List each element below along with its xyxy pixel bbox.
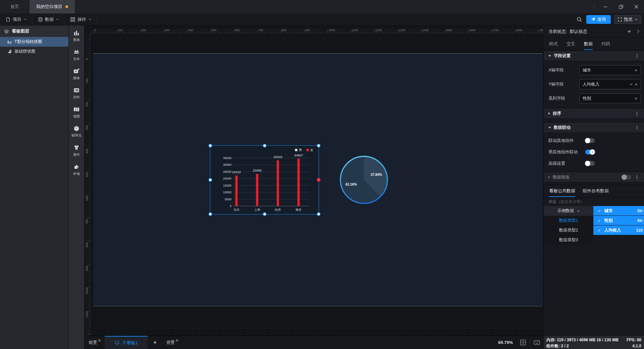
resize-handle-se[interactable] xyxy=(317,212,321,216)
strip-item-map[interactable]: 地图 xyxy=(73,106,80,119)
kebab-menu-icon[interactable]: ⋮ xyxy=(635,111,639,116)
grouped-bar-chart-component[interactable]: 05000100001500020000250003000035000北京222… xyxy=(210,146,319,214)
search-icon[interactable] xyxy=(574,17,585,22)
x-axis-field-input[interactable]: 城市 × xyxy=(579,65,641,75)
resize-handle-ne[interactable] xyxy=(317,144,321,148)
resize-handle-w[interactable] xyxy=(209,178,212,182)
strip-item-text[interactable]: 文本 xyxy=(73,49,80,61)
pie-chart-icon xyxy=(7,49,12,54)
advanced-settings-toggle[interactable] xyxy=(585,161,595,166)
data-search-input[interactable]: 搜索（区分大小写） xyxy=(544,197,644,206)
strip-item-local[interactable]: 本地 xyxy=(73,163,80,176)
layer-item-basic-pie[interactable]: 基础饼状图 xyxy=(0,47,68,56)
ruler-tick-label: 100 xyxy=(85,79,89,84)
pie-chart-component[interactable]: 37.84%62.16% xyxy=(338,154,390,206)
data-field-row[interactable]: ✓人均收入123 xyxy=(593,226,644,235)
strip-item-kit[interactable]: 套件 xyxy=(73,144,80,157)
link-other-components-toggle[interactable] xyxy=(585,138,595,143)
clear-field-icon[interactable]: × xyxy=(635,96,637,101)
series-field-input[interactable]: 性别 × xyxy=(579,93,641,103)
svg-text:男: 男 xyxy=(299,148,302,152)
subboard-tab[interactable]: 子看板1 xyxy=(105,336,148,349)
canvas[interactable]: 0100200300400500600700800900100011001200… xyxy=(85,26,543,336)
foreground-button[interactable]: 前景 ⊕ xyxy=(85,340,105,346)
preview-label: 预览 xyxy=(624,16,633,22)
add-state-button[interactable]: + xyxy=(628,28,631,35)
twin-icon xyxy=(73,125,80,132)
chevron-right-icon[interactable] xyxy=(637,30,639,33)
data-linkage-section-header[interactable]: 数据联动 ⋮ xyxy=(544,122,644,133)
tab-code[interactable]: 代码 xyxy=(601,38,610,50)
data-filter-toggle[interactable] xyxy=(622,175,631,180)
chevron-down-icon xyxy=(635,18,638,20)
chevron-down-icon[interactable] xyxy=(630,83,633,85)
linked-by-others-toggle[interactable]: 1 xyxy=(585,150,595,154)
tab-data[interactable]: 数据 xyxy=(584,38,593,50)
pie-chart: 37.84%62.16% xyxy=(338,154,390,206)
menu-ops[interactable]: 操作 xyxy=(65,13,97,25)
data-field-row[interactable]: ✓性别Str xyxy=(593,216,644,225)
chevron-down-icon xyxy=(577,210,580,212)
dataset-fields: ✓城市Str✓性别Str✓人均收入123 xyxy=(593,206,644,245)
layer-item-grouped-bar[interactable]: T型分组柱状图 xyxy=(0,37,68,47)
dataset-type-2[interactable]: 数据类型2 xyxy=(544,226,593,235)
layer-item-label: 基础饼状图 xyxy=(14,49,36,54)
strip-item-label: 套件 xyxy=(73,152,80,157)
svg-text:5000: 5000 xyxy=(225,198,231,201)
preview-button[interactable]: 预览 xyxy=(614,15,641,24)
close-button[interactable] xyxy=(629,0,644,13)
kebab-menu-icon[interactable]: ⋮ xyxy=(635,125,639,130)
clear-field-icon[interactable]: × xyxy=(635,82,637,87)
minimize-button[interactable] xyxy=(598,0,613,13)
fps-label: FPS: xyxy=(627,338,636,342)
field-settings-section-header[interactable]: 字段设置 ⋮ xyxy=(544,50,644,61)
components-value: 2 / 2 xyxy=(561,344,569,348)
data-filter-section-header[interactable]: 数据筛选 ⋮ xyxy=(544,172,644,183)
strip-item-media[interactable]: 媒体 xyxy=(73,68,80,81)
resize-handle-sw[interactable] xyxy=(209,212,212,216)
field-label: Y轴字段 xyxy=(546,82,579,87)
tab-component-own-data[interactable]: 组件自有数据 xyxy=(583,185,609,197)
strip-item-twin[interactable]: 鲸孪生 xyxy=(71,125,82,138)
tab-style[interactable]: 样式 xyxy=(549,38,558,50)
ruler-tick-label: 900 xyxy=(305,29,310,32)
kit-icon xyxy=(73,144,80,151)
clear-field-icon[interactable]: × xyxy=(635,68,637,73)
menu-project[interactable]: 项目 xyxy=(0,13,33,25)
tab-project[interactable]: 我的空白项目 xyxy=(30,0,75,13)
toggle-label: 受其他组件联动 xyxy=(548,149,585,155)
project-icon xyxy=(6,17,10,22)
strip-item-chart[interactable]: 图表 xyxy=(73,30,80,42)
svg-text:35000: 35000 xyxy=(223,156,231,160)
kebab-menu-icon[interactable]: ⋮ xyxy=(635,53,639,58)
resize-handle-n[interactable] xyxy=(263,144,266,148)
sort-section-header[interactable]: 排序 ⋮ xyxy=(544,108,644,119)
strip-item-label: 媒体 xyxy=(73,76,80,81)
dataset-selector[interactable]: 示例数据 xyxy=(544,206,593,216)
background-add-icon[interactable]: ⊕ xyxy=(176,339,178,342)
dataset-type-3[interactable]: 数据类型3 xyxy=(544,235,593,245)
resize-handle-s[interactable] xyxy=(263,212,266,216)
strip-item-control[interactable]: 控件 xyxy=(73,87,80,100)
tab-board-shared-data[interactable]: 看板公共数据 xyxy=(549,185,575,197)
ruler-tick-label: 900 xyxy=(85,266,89,271)
kebab-menu-icon[interactable]: ⋮ xyxy=(635,175,639,180)
strip-item-label: 本地 xyxy=(73,171,80,176)
background-button[interactable]: 背景 ⊕ xyxy=(162,340,182,346)
add-subboard-button[interactable]: + xyxy=(148,339,162,346)
resize-handle-nw[interactable] xyxy=(209,144,212,148)
caret-right-icon xyxy=(548,112,550,115)
resize-handle-e[interactable] xyxy=(317,178,321,182)
dataset-type-1[interactable]: 数据类型1 xyxy=(544,216,593,226)
tab-home[interactable]: 首页 xyxy=(0,0,30,13)
keyboard-shortcuts-icon[interactable] xyxy=(532,340,541,345)
data-field-row[interactable]: ✓城市Str xyxy=(593,206,644,215)
foreground-add-icon[interactable]: ⊕ xyxy=(98,339,101,342)
fit-screen-icon[interactable] xyxy=(518,340,528,345)
chevron-down-icon xyxy=(89,18,91,20)
publish-button[interactable]: 发布 xyxy=(586,15,611,24)
menu-data[interactable]: 数据 xyxy=(33,13,65,25)
restore-button[interactable] xyxy=(613,0,629,13)
y-axis-field-input[interactable]: 人均收入 × xyxy=(579,79,641,89)
tab-interaction[interactable]: 交互 xyxy=(567,38,575,50)
